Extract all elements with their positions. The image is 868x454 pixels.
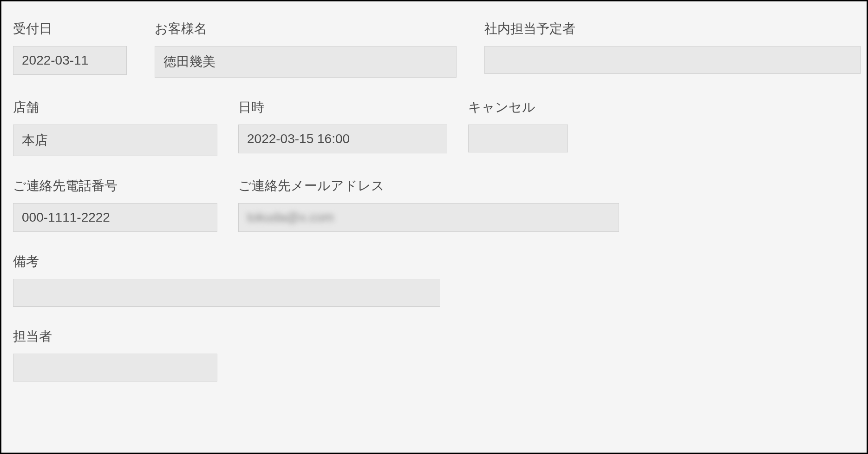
form-row-3: ご連絡先電話番号 000-1111-2222 ご連絡先メールアドレス tokud… [13,177,855,232]
phone-value[interactable]: 000-1111-2222 [13,203,217,232]
email-label: ご連絡先メールアドレス [238,177,619,195]
person-in-charge-label: 担当者 [13,328,217,345]
store-field: 店舗 本店 [13,99,217,156]
store-label: 店舗 [13,99,217,116]
notes-value[interactable] [13,279,440,307]
internal-person-label: 社内担当予定者 [484,20,861,38]
form-row-4: 備考 [13,253,855,307]
notes-field: 備考 [13,253,440,307]
email-value-text: tokuda@x.com [247,210,334,225]
notes-label: 備考 [13,253,440,270]
datetime-value[interactable]: 2022-03-15 16:00 [238,125,447,153]
person-in-charge-field: 担当者 [13,328,217,382]
form-row-2: 店舗 本店 日時 2022-03-15 16:00 キャンセル [13,99,855,156]
reception-date-field: 受付日 2022-03-11 [13,20,127,78]
customer-name-value[interactable]: 徳田幾美 [155,46,457,78]
reception-date-label: 受付日 [13,20,127,38]
reception-date-value[interactable]: 2022-03-11 [13,46,127,75]
form-row-1: 受付日 2022-03-11 お客様名 徳田幾美 社内担当予定者 [13,20,855,78]
phone-label: ご連絡先電話番号 [13,177,217,195]
cancel-value[interactable] [468,125,568,152]
datetime-label: 日時 [238,99,447,116]
phone-field: ご連絡先電話番号 000-1111-2222 [13,177,217,232]
internal-person-value[interactable] [484,46,861,74]
email-value[interactable]: tokuda@x.com [238,203,619,232]
internal-person-field: 社内担当予定者 [484,20,861,78]
datetime-field: 日時 2022-03-15 16:00 [238,99,447,156]
person-in-charge-value[interactable] [13,354,217,382]
customer-name-label: お客様名 [155,20,457,38]
cancel-label: キャンセル [468,99,568,116]
customer-name-field: お客様名 徳田幾美 [155,20,457,78]
form-row-5: 担当者 [13,328,855,382]
store-value[interactable]: 本店 [13,125,217,156]
form-container: 受付日 2022-03-11 お客様名 徳田幾美 社内担当予定者 店舗 本店 日… [0,0,868,454]
cancel-field: キャンセル [468,99,568,156]
email-field: ご連絡先メールアドレス tokuda@x.com [238,177,619,232]
